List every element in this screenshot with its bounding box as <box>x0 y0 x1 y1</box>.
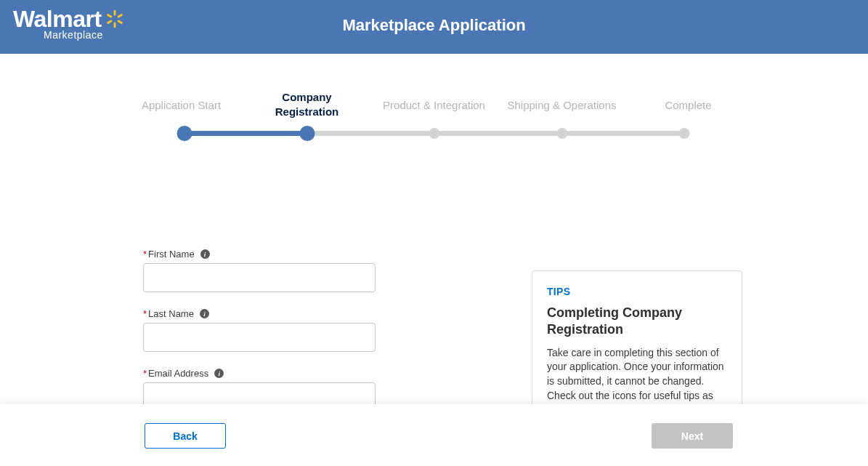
svg-rect-5 <box>117 20 123 24</box>
next-button[interactable]: Next <box>652 423 733 449</box>
form-row-last-name: * Last Name i <box>143 308 383 352</box>
step-dot-5 <box>678 128 689 139</box>
step-dot-2 <box>299 126 315 141</box>
required-marker: * <box>143 249 147 260</box>
email-label: Email Address <box>148 368 208 379</box>
footer-bar: Back Next <box>0 404 868 466</box>
first-name-input[interactable] <box>143 263 376 292</box>
tips-eyebrow: TIPS <box>547 286 727 297</box>
progress-stepper: Application Start Company Registration P… <box>137 86 732 142</box>
last-name-label: Last Name <box>148 308 194 319</box>
step-dot-1 <box>177 126 192 141</box>
step-label-application-start: Application Start <box>142 99 221 111</box>
step-label-company-registration: Company Registration <box>275 90 339 118</box>
page-title: Marketplace Application <box>342 16 525 35</box>
svg-rect-1 <box>113 22 115 28</box>
step-label-product-integration: Product & Integration <box>383 99 485 111</box>
info-icon[interactable]: i <box>214 369 224 378</box>
content-area: Application Start Company Registration P… <box>0 86 868 142</box>
app-header: Walmart Marketplace Marketplace Applicat… <box>0 0 868 54</box>
step-track-fill <box>180 131 307 136</box>
logo-block: Walmart Marketplace <box>13 7 125 41</box>
svg-rect-4 <box>106 14 112 18</box>
required-marker: * <box>143 368 147 379</box>
svg-rect-2 <box>117 14 123 18</box>
step-dot-3 <box>429 128 439 139</box>
required-marker: * <box>143 308 147 319</box>
svg-rect-0 <box>113 10 115 16</box>
last-name-input[interactable] <box>143 323 376 352</box>
info-icon[interactable]: i <box>200 309 209 318</box>
step-label-shipping-operations: Shipping & Operations <box>507 99 616 111</box>
svg-rect-3 <box>106 20 112 24</box>
step-label-complete: Complete <box>665 99 711 111</box>
logo-text: Walmart <box>13 7 102 31</box>
first-name-label: First Name <box>148 249 195 260</box>
tips-heading: Completing Company Registration <box>547 305 727 339</box>
info-icon[interactable]: i <box>200 249 210 259</box>
step-dot-4 <box>556 128 567 139</box>
logo-subtext: Marketplace <box>44 29 103 41</box>
spark-icon <box>105 9 125 29</box>
form-row-first-name: * First Name i <box>143 249 383 292</box>
back-button[interactable]: Back <box>145 423 226 449</box>
